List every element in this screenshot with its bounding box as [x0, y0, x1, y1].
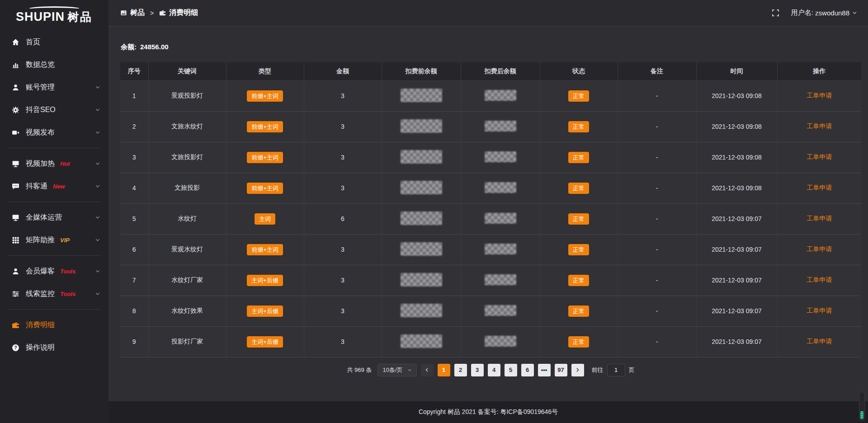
- cell-status: 正常: [540, 296, 618, 326]
- sidebar-menu: 首页数据总览账号管理抖音SEO视频发布视频加热Hot抖客通New全媒体运营矩阵助…: [0, 26, 108, 359]
- cell-amount: 3: [304, 142, 382, 173]
- ticket-apply-link[interactable]: 工单申请: [807, 215, 832, 222]
- breadcrumb-item[interactable]: 消费明细: [159, 8, 198, 18]
- page-button-97[interactable]: 97: [555, 364, 567, 376]
- pagination-total: 共 969 条: [347, 366, 372, 374]
- cell-post-balance: [461, 296, 540, 326]
- column-header: 序号: [120, 62, 148, 80]
- sidebar-item-home[interactable]: 首页: [0, 31, 108, 53]
- redacted-value: [485, 182, 516, 193]
- ticket-apply-link[interactable]: 工单申请: [807, 276, 832, 283]
- cell-action: 工单申请: [777, 326, 861, 357]
- cell-action: 工单申请: [777, 142, 861, 173]
- prev-page-button[interactable]: [421, 364, 434, 376]
- page-button-5[interactable]: 5: [505, 364, 517, 376]
- redacted-value: [401, 212, 442, 225]
- cell-type: 主词: [226, 203, 304, 234]
- chevron-down-icon: [95, 107, 100, 113]
- sidebar-item-grid[interactable]: 矩阵助推VIP: [0, 229, 108, 251]
- breadcrumb-label: 树品: [130, 8, 145, 18]
- sidebar-item-user[interactable]: 账号管理: [0, 76, 108, 99]
- cell-keyword: 水纹灯厂家: [148, 265, 226, 296]
- chat-icon: [12, 183, 19, 190]
- ticket-apply-link[interactable]: 工单申请: [807, 338, 832, 345]
- type-badge: 前缀+主词: [247, 183, 283, 194]
- chevron-down-icon: [95, 237, 100, 243]
- cell-index: 2: [120, 111, 148, 142]
- page-size-select[interactable]: 10条/页: [377, 364, 416, 376]
- sidebar-item-sliders[interactable]: 线索监控Tools: [0, 282, 108, 305]
- page-button-6[interactable]: 6: [521, 364, 534, 376]
- cell-action: 工单申请: [777, 234, 861, 265]
- chevron-down-icon: [95, 85, 100, 90]
- cell-status: 正常: [540, 142, 618, 173]
- table-body: 1景观投影灯前缀+主词3正常-2021-12-03 09:08工单申请2文旅水纹…: [120, 80, 861, 357]
- cell-time: 2021-12-03 09:07: [696, 234, 777, 265]
- goto-page-input[interactable]: [607, 364, 625, 376]
- ticket-apply-link[interactable]: 工单申请: [807, 184, 832, 191]
- page-button-4[interactable]: 4: [488, 364, 500, 376]
- table-row: 9投影灯厂家主词+后缀3正常-2021-12-03 09:07工单申请: [120, 326, 861, 357]
- ticket-apply-link[interactable]: 工单申请: [807, 307, 832, 314]
- next-page-button[interactable]: [571, 364, 584, 376]
- sliders-icon: [12, 290, 19, 298]
- sidebar-item-gear[interactable]: 抖音SEO: [0, 99, 108, 121]
- ticket-apply-link[interactable]: 工单申请: [807, 245, 832, 253]
- cell-time: 2021-12-03 09:08: [696, 142, 777, 173]
- page-button-3[interactable]: 3: [471, 364, 484, 376]
- page-size-value: 10条/页: [382, 366, 402, 374]
- ticket-apply-link[interactable]: 工单申请: [807, 153, 832, 160]
- page-button-2[interactable]: 2: [454, 364, 467, 376]
- page-button-1[interactable]: 1: [438, 364, 450, 376]
- page-ellipsis-button[interactable]: •••: [538, 364, 551, 376]
- ticket-apply-link[interactable]: 工单申请: [807, 122, 832, 130]
- sidebar-item-monitor[interactable]: 全媒体运营: [0, 206, 108, 229]
- ticket-apply-link[interactable]: 工单申请: [807, 92, 832, 99]
- cell-type: 主词+后缀: [226, 296, 304, 326]
- gear-icon: [12, 106, 19, 114]
- sidebar-item-label: 首页: [26, 38, 40, 47]
- breadcrumb-label: 消费明细: [169, 8, 198, 18]
- user-menu[interactable]: 用户名: zswodun88: [791, 9, 857, 17]
- sidebar-item-question[interactable]: ?操作说明: [0, 336, 108, 359]
- scrollbar-thumb[interactable]: [860, 411, 863, 419]
- cell-pre-balance: [382, 80, 461, 111]
- sidebar-item-tag: New: [53, 183, 65, 190]
- column-header: 操作: [777, 62, 861, 80]
- type-badge: 前缀+主词: [247, 90, 283, 102]
- sidebar-item-heat[interactable]: 视频加热Hot: [0, 152, 108, 175]
- sidebar-item-chart[interactable]: 数据总览: [0, 53, 108, 76]
- sidebar-item-label: 视频加热: [26, 159, 55, 169]
- column-header: 关键词: [148, 62, 226, 80]
- sidebar-item-label: 账号管理: [26, 83, 55, 92]
- breadcrumb-item[interactable]: 树品: [120, 8, 145, 18]
- sidebar-item-chat[interactable]: 抖客通New: [0, 175, 108, 197]
- footer: Copyright 树品 2021 备案号: 粤ICP备09019646号: [108, 401, 868, 423]
- cell-keyword: 水纹灯效果: [148, 296, 226, 326]
- pagination: 共 969 条 10条/页 123456•••97 前往 页: [120, 364, 861, 376]
- redacted-value: [401, 242, 442, 256]
- cell-remark: -: [618, 203, 696, 234]
- column-header: 备注: [618, 62, 696, 80]
- sidebar-item-wallet[interactable]: 消费明细: [0, 314, 108, 336]
- goto-suffix: 页: [629, 366, 635, 374]
- sidebar: SHUPIN树品 首页数据总览账号管理抖音SEO视频发布视频加热Hot抖客通Ne…: [0, 0, 108, 423]
- status-badge: 正常: [568, 275, 589, 286]
- sidebar-item-member[interactable]: 会员爆客Tools: [0, 260, 108, 282]
- status-badge: 正常: [568, 90, 589, 102]
- logo-text: SHUPIN树品: [16, 11, 93, 23]
- fullscreen-icon[interactable]: [772, 9, 779, 17]
- topbar-right: 用户名: zswodun88: [772, 9, 857, 17]
- balance-value: 24856.00: [140, 43, 169, 51]
- cell-status: 正常: [540, 265, 618, 296]
- redacted-value: [485, 213, 516, 224]
- sidebar-item-video[interactable]: 视频发布: [0, 121, 108, 144]
- sidebar-item-tag: Tools: [60, 268, 75, 275]
- cell-action: 工单申请: [777, 296, 861, 326]
- cell-index: 3: [120, 142, 148, 173]
- page-scrollbar[interactable]: [859, 392, 865, 421]
- sidebar-item-tag: Hot: [60, 160, 70, 167]
- cell-index: 1: [120, 80, 148, 111]
- wallet-icon: [159, 9, 166, 16]
- question-icon: ?: [12, 344, 19, 352]
